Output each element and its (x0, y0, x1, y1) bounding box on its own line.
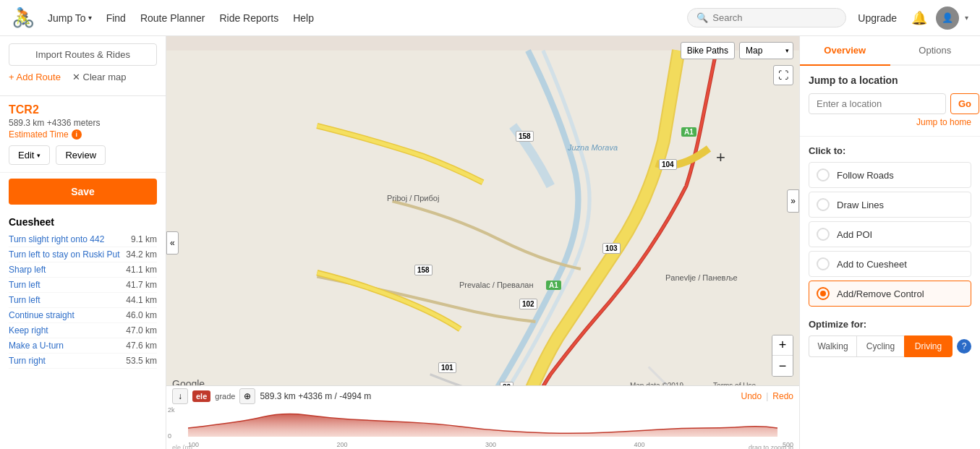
bike-paths-badge[interactable]: Bike Paths (681, 42, 735, 59)
add-remove-control-label: Add/Remove Control (837, 288, 924, 299)
help-circle-icon[interactable]: ? (957, 339, 971, 354)
cue-row: Continue straight 46.0 km (9, 308, 157, 323)
map-type-wrapper: Map Satellite Terrain ▾ (739, 42, 793, 59)
location-input[interactable] (809, 93, 946, 114)
cue-instruction[interactable]: Turn left to stay on Ruski Put (9, 249, 120, 260)
jump-home-link[interactable]: Jump to home (809, 117, 971, 127)
elevation-chart[interactable]: 2k 0 100 200 (166, 406, 799, 449)
follow-roads-option[interactable]: Follow Roads (809, 162, 971, 188)
undo-button[interactable]: Undo (741, 391, 762, 401)
ele-dist-hint: drag to zoom in (749, 444, 793, 449)
nav-ride-reports[interactable]: Ride Reports (215, 12, 283, 24)
edit-chevron-icon: ▾ (37, 152, 41, 159)
map-top-controls: Bike Paths Map Satellite Terrain ▾ (166, 42, 799, 59)
clear-map-button[interactable]: ✕ Clear map (72, 72, 127, 82)
jump-section-title: Jump to a location (809, 74, 971, 86)
logo-icon[interactable]: 🚴 (12, 7, 35, 29)
draw-lines-radio (817, 198, 830, 211)
cue-distance: 53.5 km (126, 356, 157, 366)
add-cuesheet-radio (817, 257, 830, 270)
cue-distance: 47.6 km (126, 341, 157, 351)
estimated-time[interactable]: Estimated Time i (9, 129, 157, 140)
optimize-section: Optimize for: Walking Cycling Driving ? (800, 319, 980, 366)
cue-row: Turn left 41.7 km (9, 278, 157, 293)
add-remove-control-option[interactable]: Add/Remove Control (809, 281, 971, 307)
save-button[interactable]: Save (9, 179, 157, 205)
add-cuesheet-option[interactable]: Add to Cuesheet (809, 251, 971, 277)
tab-overview[interactable]: Overview (800, 36, 890, 66)
zoom-in-button[interactable]: + (772, 335, 793, 356)
left-sidebar: Import Routes & Rides + Add Route ✕ Clea… (0, 36, 166, 449)
main-area: Import Routes & Rides + Add Route ✕ Clea… (0, 36, 980, 449)
search-input[interactable] (712, 12, 837, 23)
review-button[interactable]: Review (56, 145, 106, 165)
cue-instruction[interactable]: Turn left (9, 280, 120, 290)
add-poi-radio (817, 228, 830, 241)
ele-y-bottom: 0 (168, 432, 171, 440)
search-icon: 🔍 (696, 12, 708, 23)
collapse-right-button[interactable]: » (787, 189, 799, 213)
cue-row: Turn left 44.1 km (9, 293, 157, 308)
walking-button[interactable]: Walking (809, 335, 856, 357)
cue-row: Turn slight right onto 442 9.1 km (9, 232, 157, 247)
cycling-button[interactable]: Cycling (856, 335, 904, 357)
ele-axis-label: ele (m) (172, 444, 192, 449)
cue-instruction[interactable]: Sharp left (9, 265, 120, 275)
cue-row: Turn right 53.5 km (9, 354, 157, 369)
cue-distance: 34.2 km (126, 249, 157, 260)
go-button[interactable]: Go (950, 93, 979, 114)
draw-lines-option[interactable]: Draw Lines (809, 192, 971, 218)
right-panel: Overview Options Jump to a location Go J… (799, 36, 980, 449)
cue-distance: 41.7 km (126, 280, 157, 290)
click-to-title: Click to: (809, 145, 971, 156)
avatar[interactable]: 👤 (936, 7, 959, 30)
cue-row: Turn left to stay on Ruski Put 34.2 km (9, 247, 157, 262)
cue-instruction[interactable]: Make a U-turn (9, 341, 120, 351)
add-cuesheet-label: Add to Cuesheet (837, 259, 907, 270)
elevation-panel: ↓ ele grade ⊕ 589.3 km +4336 m / -4994 m… (166, 385, 799, 449)
redo-button[interactable]: Redo (772, 391, 793, 401)
cue-instruction[interactable]: Continue straight (9, 310, 120, 320)
ele-download-button[interactable]: ↓ (172, 388, 188, 404)
add-route-button[interactable]: + Add Route (9, 72, 61, 82)
cue-instruction[interactable]: Turn left (9, 295, 120, 305)
map-container[interactable]: Priboj / Прибој Juzna Morava Prevalac / … (166, 36, 799, 449)
cue-instruction[interactable]: Keep right (9, 325, 120, 335)
fullscreen-button[interactable]: ⛶ (773, 65, 793, 85)
user-menu-chevron[interactable]: ▾ (965, 14, 968, 22)
tab-options[interactable]: Options (890, 36, 981, 66)
optimize-buttons: Walking Cycling Driving (809, 335, 953, 357)
import-button[interactable]: Import Routes & Rides (9, 43, 157, 66)
cue-distance: 9.1 km (131, 234, 157, 244)
add-poi-option[interactable]: Add POI (809, 221, 971, 247)
zoom-controls: + − (772, 335, 793, 377)
optimize-title: Optimize for: (809, 319, 971, 330)
route-name: TCR2 (9, 103, 157, 116)
top-nav: 🚴 Jump To ▾ Find Route Planner Ride Repo… (0, 0, 980, 36)
cue-row: Keep right 47.0 km (9, 323, 157, 338)
nav-help[interactable]: Help (289, 12, 318, 24)
driving-button[interactable]: Driving (904, 335, 953, 357)
upgrade-button[interactable]: Upgrade (852, 12, 903, 24)
nav-route-planner[interactable]: Route Planner (136, 12, 210, 24)
cue-instruction[interactable]: Turn slight right onto 442 (9, 234, 125, 244)
edit-button[interactable]: Edit ▾ (9, 145, 50, 165)
nav-find[interactable]: Find (102, 12, 130, 24)
cue-distance: 44.1 km (126, 295, 157, 305)
click-to-section: Click to: Follow Roads Draw Lines Add PO… (800, 137, 980, 319)
right-panel-scrollbar[interactable] (976, 366, 980, 449)
cue-distance: 46.0 km (126, 310, 157, 320)
map-type-select[interactable]: Map Satellite Terrain (739, 42, 793, 59)
cue-row: Make a U-turn 47.6 km (9, 338, 157, 354)
bell-icon[interactable]: 🔔 (908, 10, 930, 26)
collapse-left-button[interactable]: « (166, 231, 179, 255)
cue-distance: 47.0 km (126, 325, 157, 335)
chevron-down-icon: ▾ (88, 14, 92, 22)
ele-zoom-button[interactable]: ⊕ (239, 388, 255, 404)
nav-jump-to[interactable]: Jump To ▾ (43, 12, 96, 24)
search-bar: 🔍 (687, 8, 846, 27)
cue-instruction[interactable]: Turn right (9, 356, 120, 366)
ele-badge: ele (192, 390, 210, 402)
zoom-out-button[interactable]: − (772, 356, 793, 376)
add-poi-label: Add POI (837, 229, 872, 240)
